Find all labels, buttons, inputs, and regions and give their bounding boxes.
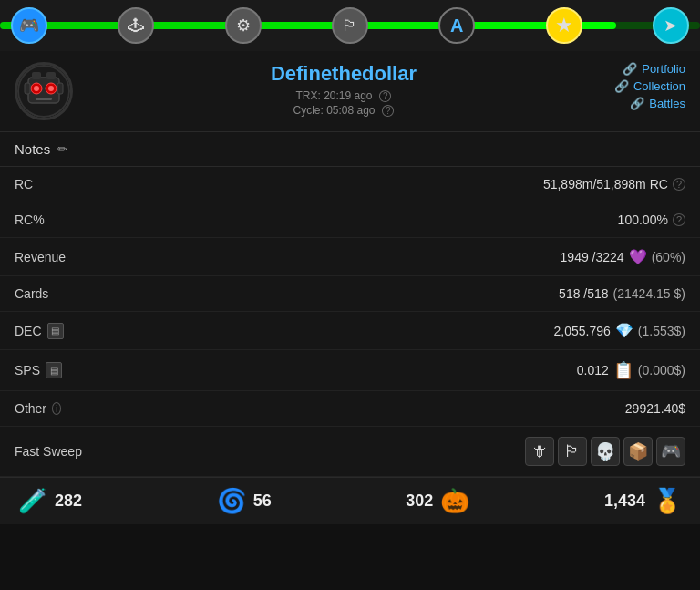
svg-rect-8 [36, 98, 52, 100]
collection-link-icon: 🔗 [614, 79, 629, 93]
dec-card-icon[interactable]: ▤ [47, 323, 64, 339]
cards-value: 518 /518 (21424.15 $) [559, 286, 685, 301]
svg-rect-2 [32, 72, 41, 79]
other-label: Other i [15, 401, 61, 416]
sweep-icons: 🗡 🏳 💀 📦 🎮 [525, 437, 685, 466]
footer-potions: 🧪 282 [18, 487, 82, 515]
pumpkins-icon: 🎃 [440, 487, 469, 515]
pumpkins-count: 302 [406, 492, 433, 511]
cycle-info-icon[interactable]: ? [382, 105, 395, 117]
sps-value: 0.012 📋 (0.000$) [577, 360, 685, 380]
footer-medals: 1,434 🏅 [604, 487, 682, 515]
svg-point-6 [34, 86, 39, 91]
stat-row-other: Other i 29921.40$ [0, 391, 700, 427]
sweep-icon-3[interactable]: 💀 [591, 437, 620, 466]
other-value: 29921.40$ [625, 401, 685, 416]
nav-icons-row: 🎮 🕹 ⚙ 🏳 A ★ ➤ [11, 7, 689, 44]
trx-info-icon[interactable]: ? [379, 90, 392, 102]
edit-notes-icon[interactable]: ✏ [57, 142, 67, 156]
rc-pct-help-icon[interactable]: ? [673, 213, 685, 226]
links-section: 🔗 Portfolio 🔗 Collection 🔗 Battles [614, 62, 685, 110]
revenue-label: Revenue [15, 250, 66, 264]
rc-pct-value: 100.00% ? [618, 212, 685, 227]
settings-icon[interactable]: ⚙ [225, 7, 262, 44]
stat-row-rc: RC 51,898m/51,898m RC ? [0, 167, 700, 202]
svg-rect-9 [25, 83, 30, 94]
footer-pumpkins: 302 🎃 [406, 487, 469, 515]
top-nav-bar: 🎮 🕹 ⚙ 🏳 A ★ ➤ [0, 0, 700, 51]
footer-orbs: 🌀 56 [217, 487, 272, 515]
stat-row-rc-pct: RC% 100.00% ? [0, 202, 700, 238]
arrow-icon[interactable]: ➤ [653, 7, 689, 44]
notes-label: Notes [15, 141, 50, 157]
sweep-icon-4[interactable]: 📦 [623, 437, 653, 466]
sweep-icon-1[interactable]: 🗡 [525, 437, 554, 466]
username: Definethedollar [88, 62, 600, 86]
potions-count: 282 [55, 492, 82, 511]
svg-rect-10 [57, 83, 63, 94]
a-letter-icon[interactable]: A [438, 7, 475, 44]
battles-link-icon: 🔗 [630, 97, 644, 110]
revenue-value: 1949 /3224 💜 (60%) [561, 248, 685, 265]
orbs-icon: 🌀 [217, 487, 246, 515]
svg-rect-3 [46, 72, 56, 79]
stat-row-cards: Cards 518 /518 (21424.15 $) [0, 276, 700, 312]
collection-link[interactable]: 🔗 Collection [614, 79, 685, 93]
footer-bar: 🧪 282 🌀 56 302 🎃 1,434 🏅 [0, 477, 700, 524]
profile-info: Definethedollar TRX: 20:19 ago ? Cycle: … [88, 62, 600, 119]
dec-gem-icon: 💎 [615, 322, 633, 339]
game-icon[interactable]: 🎮 [11, 7, 47, 44]
rc-value: 51,898m/51,898m RC ? [543, 177, 685, 191]
dec-value: 2,055.796 💎 (1.553$) [554, 322, 685, 339]
rc-help-icon[interactable]: ? [673, 178, 685, 191]
portfolio-link-icon: 🔗 [623, 62, 637, 76]
cycle-line: Cycle: 05:08 ago ? [88, 104, 600, 117]
avatar [15, 62, 73, 120]
stats-container: RC 51,898m/51,898m RC ? RC% 100.00% ? Re… [0, 167, 700, 477]
portfolio-link[interactable]: 🔗 Portfolio [614, 62, 685, 76]
sps-card-icon[interactable]: ▤ [46, 362, 62, 378]
stat-row-fast-sweep: Fast Sweep 🗡 🏳 💀 📦 🎮 [0, 427, 700, 477]
flag-icon[interactable]: 🏳 [332, 7, 368, 44]
battles-link[interactable]: 🔗 Battles [614, 97, 685, 110]
medals-icon: 🏅 [653, 487, 682, 515]
dec-label: DEC ▤ [15, 323, 64, 339]
other-info-icon[interactable]: i [52, 402, 61, 415]
medals-count: 1,434 [604, 492, 645, 511]
profile-section: Definethedollar TRX: 20:19 ago ? Cycle: … [0, 51, 700, 132]
stat-row-dec: DEC ▤ 2,055.796 💎 (1.553$) [0, 312, 700, 350]
cards-label: Cards [15, 286, 48, 301]
revenue-gem-icon: 💜 [629, 248, 647, 265]
orbs-count: 56 [253, 492, 272, 511]
potions-icon: 🧪 [18, 487, 47, 515]
stat-row-sps: SPS ▤ 0.012 📋 (0.000$) [0, 350, 700, 391]
stat-row-revenue: Revenue 1949 /3224 💜 (60%) [0, 238, 700, 276]
notes-bar: Notes ✏ [0, 132, 700, 167]
controller-icon[interactable]: 🕹 [118, 7, 154, 44]
fast-sweep-label: Fast Sweep [15, 444, 82, 459]
trx-line: TRX: 20:19 ago ? [88, 89, 600, 102]
sweep-icon-5[interactable]: 🎮 [656, 437, 685, 466]
star-icon[interactable]: ★ [546, 7, 582, 44]
sweep-icon-2[interactable]: 🏳 [558, 437, 587, 466]
rc-label: RC [15, 177, 33, 191]
svg-point-7 [48, 86, 54, 91]
sps-label: SPS ▤ [15, 362, 62, 378]
rc-pct-label: RC% [15, 212, 45, 227]
